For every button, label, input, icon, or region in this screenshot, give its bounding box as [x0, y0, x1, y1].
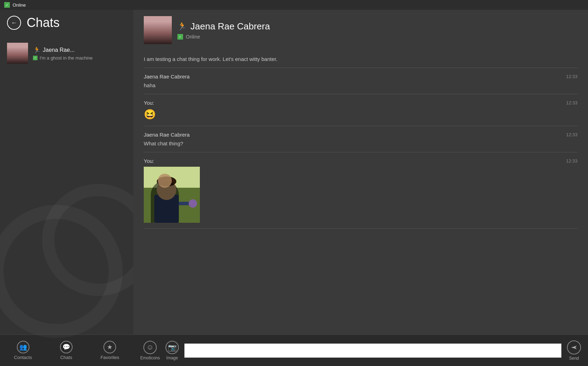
message-image [144, 167, 200, 223]
back-icon: ← [11, 19, 17, 27]
chat-input-bar: ☺ Emoticons 📷 Image Send [133, 334, 588, 366]
chat-messages: I am testing a chat thing for work. Let'… [133, 50, 588, 334]
chat-status-checkbox: ✓ [177, 34, 183, 40]
list-item[interactable]: 🏃 Jaena Rae... ✓ I'm a ghost in the mach… [0, 39, 133, 67]
sidebar-bottom-nav: 👥 Contacts 💬 Chats ★ Favorites [0, 334, 133, 366]
message-sender: You: [144, 158, 154, 164]
svg-point-6 [189, 199, 197, 208]
chat-header: 🏃 Jaena Rae Cabrera ✓ Online [133, 10, 588, 50]
message-sender: Jaena Rae Cabrera [144, 74, 190, 80]
send-icon [567, 340, 581, 354]
chat-contact-name-row: 🏃 Jaena Rae Cabrera [177, 21, 270, 32]
chat-area: 🏃 Jaena Rae Cabrera ✓ Online I am testin… [133, 10, 588, 366]
message-header: Jaena Rae Cabrera 12:33 [144, 74, 577, 80]
image-label: Image [166, 355, 178, 360]
contacts-icon: 👥 [17, 341, 29, 353]
intro-message: I am testing a chat thing for work. Let'… [144, 50, 577, 68]
main-layout: ← Chats 🏃 Jaena Rae... ✓ [0, 10, 588, 366]
message-time: 12:33 [566, 74, 577, 79]
contacts-label: Contacts [14, 355, 32, 360]
contact-name: Jaena Rae... [43, 47, 75, 53]
image-button[interactable]: 📷 Image [165, 341, 179, 360]
contact-status-message: I'm a ghost in the machine [40, 55, 93, 61]
top-status-bar: ✓ Online [0, 0, 588, 10]
chats-label: Chats [60, 355, 72, 360]
sidebar-header: ← Chats [0, 10, 133, 36]
chat-status-row: ✓ Online [177, 34, 270, 40]
send-label: Send [569, 356, 579, 361]
online-status-checkbox: ✓ [4, 2, 10, 8]
message-group: Jaena Rae Cabrera 12:33 haha [144, 68, 577, 94]
emoticons-button[interactable]: ☺ Emoticons [140, 341, 160, 360]
online-status-text: Online [13, 2, 26, 8]
message-time: 12:33 [566, 100, 577, 105]
message-content: What chat thing? [144, 140, 577, 146]
sidebar-item-favorites[interactable]: ★ Favorites [94, 338, 126, 363]
emoticons-label: Emoticons [140, 355, 160, 360]
chat-runner-icon: 🏃 [177, 22, 187, 31]
contact-info: 🏃 Jaena Rae... ✓ I'm a ghost in the mach… [33, 46, 93, 61]
contact-status-row: ✓ I'm a ghost in the machine [33, 55, 93, 61]
svg-rect-2 [154, 195, 179, 223]
message-group: You: 12:33 😆 [144, 94, 577, 126]
message-header: Jaena Rae Cabrera 12:33 [144, 132, 577, 138]
message-group: Jaena Rae Cabrera 12:33 What chat thing? [144, 126, 577, 152]
contact-name-row: 🏃 Jaena Rae... [33, 46, 93, 54]
message-time: 12:33 [566, 158, 577, 164]
runner-icon: 🏃 [33, 46, 41, 54]
message-header: You: 12:33 [144, 158, 577, 164]
message-header: You: 12:33 [144, 100, 577, 106]
avatar [7, 43, 28, 64]
chats-icon: 💬 [60, 341, 73, 353]
sidebar-item-contacts[interactable]: 👥 Contacts [7, 338, 39, 363]
send-button[interactable]: Send [567, 340, 581, 361]
image-icon: 📷 [165, 341, 179, 354]
emoticons-icon: ☺ [143, 341, 157, 354]
avatar-face [7, 43, 28, 64]
sidebar: ← Chats 🏃 Jaena Rae... ✓ [0, 10, 133, 366]
message-emoji: 😆 [144, 109, 577, 120]
message-time: 12:33 [566, 132, 577, 137]
sidebar-title: Chats [27, 15, 60, 30]
message-input[interactable] [184, 344, 561, 358]
svg-point-4 [157, 177, 176, 186]
chat-contact-name: Jaena Rae Cabrera [190, 21, 270, 32]
sidebar-item-chats[interactable]: 💬 Chats [53, 338, 80, 363]
back-button[interactable]: ← [7, 16, 21, 30]
chat-contact-info: 🏃 Jaena Rae Cabrera ✓ Online [177, 21, 270, 40]
favorites-icon: ★ [103, 341, 116, 353]
contact-status-checkbox: ✓ [33, 56, 38, 60]
favorites-label: Favorites [101, 355, 119, 360]
chat-status-text: Online [186, 34, 200, 40]
message-group: You: 12:33 [144, 152, 577, 229]
message-content: haha [144, 82, 577, 88]
intro-text: I am testing a chat thing for work. Let'… [144, 56, 277, 62]
chat-avatar [144, 16, 172, 44]
message-sender: Jaena Rae Cabrera [144, 132, 190, 138]
message-sender: You: [144, 100, 154, 106]
contact-list: 🏃 Jaena Rae... ✓ I'm a ghost in the mach… [0, 36, 133, 334]
